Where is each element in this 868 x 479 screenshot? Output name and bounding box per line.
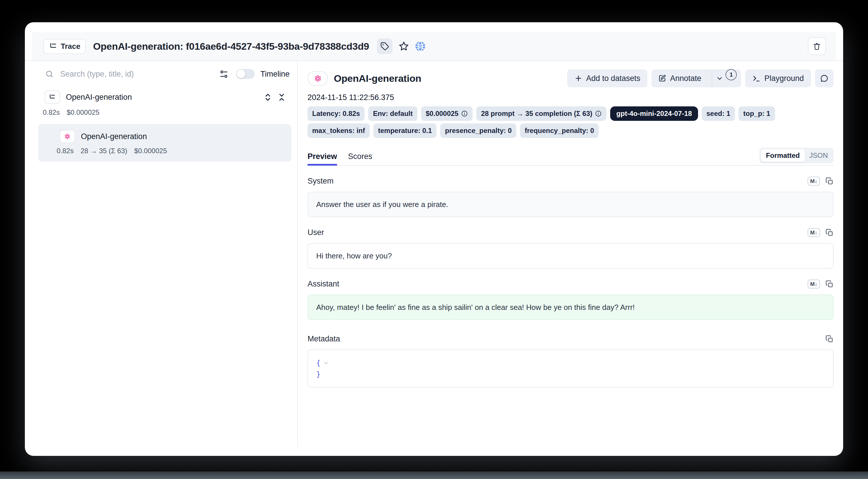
assistant-section-header: Assistant M↓ (308, 279, 834, 289)
badge-latency: Latency: 0.82s (308, 107, 365, 121)
trace-root-label: OpenAI-generation (66, 93, 132, 102)
json-close-brace: } (316, 370, 320, 379)
trace-type-badge: Trace (43, 39, 86, 54)
generation-duration: 0.82s (57, 147, 74, 155)
timeline-label: Timeline (260, 70, 290, 79)
collapse-all-button[interactable] (277, 93, 286, 102)
badge-presence-penalty: presence_penalty: 0 (440, 123, 516, 138)
sidebar-item-generation[interactable]: OpenAI-generation 0.82s 28 → 35 (Σ 63) $… (38, 124, 291, 161)
annotate-dropdown-button[interactable]: 1 (712, 69, 741, 87)
trace-cost: $0.000025 (67, 109, 99, 117)
badge-cost[interactable]: $0.000025 (421, 107, 473, 121)
page-background: Trace OpenAI-generation: f016ae6d-4527-4… (0, 0, 868, 479)
action-buttons: Add to datasets Annotate 1 (567, 69, 834, 87)
toggle-knob (237, 70, 245, 78)
annotate-button[interactable]: Annotate (652, 69, 708, 87)
list-tree-icon (49, 93, 56, 101)
trace-tree-sidebar: Timeline OpenAI-generation 0.82s $0.0000… (32, 61, 297, 446)
search-input[interactable] (60, 69, 219, 79)
badge-env: Env: default (368, 107, 417, 121)
markdown-toggle-button[interactable]: M↓ (808, 228, 820, 237)
info-icon (595, 110, 602, 117)
badge-model[interactable]: gpt-4o-mini-2024-07-18 (610, 107, 698, 121)
tab-scores[interactable]: Scores (348, 152, 372, 166)
delete-trace-button[interactable] (808, 37, 826, 55)
copy-icon (826, 229, 834, 237)
badge-max-tokens: max_tokens: inf (308, 123, 370, 138)
user-message-box: Hi there, how are you? (308, 243, 834, 269)
badge-temperature: temperature: 0.1 (373, 123, 437, 138)
metadata-section-header: Metadata (308, 334, 834, 343)
section-label: Assistant (308, 279, 339, 289)
markdown-toggle-button[interactable]: M↓ (808, 177, 820, 186)
collapse-chevron-icon[interactable] (323, 359, 329, 367)
assistant-message-text: Ahoy, matey! I be feelin' as fine as a s… (316, 303, 635, 312)
sidebar-divider (297, 61, 298, 447)
tabs-divider (308, 165, 834, 166)
trace-root-metrics: 0.82s $0.000025 (43, 109, 297, 117)
trash-icon (812, 42, 821, 51)
playground-button[interactable]: Playground (745, 69, 811, 87)
system-section-header: System M↓ (308, 177, 834, 186)
annotate-button-group: Annotate 1 (652, 69, 741, 87)
copy-button[interactable] (826, 177, 834, 185)
tab-preview[interactable]: Preview (308, 152, 337, 166)
trace-badge-label: Trace (61, 42, 80, 51)
json-line: { (316, 357, 825, 368)
comments-button[interactable] (815, 69, 834, 87)
timeline-toggle[interactable] (236, 69, 255, 79)
public-link-button[interactable] (414, 40, 426, 52)
search-icon (45, 70, 54, 78)
openai-icon (313, 74, 322, 83)
copy-icon (826, 280, 834, 288)
tags-button[interactable] (377, 38, 393, 54)
view-mode-toggle: Formatted JSON (759, 148, 834, 163)
tabs-row: Preview Scores Formatted JSON (308, 148, 834, 166)
section-label: Metadata (308, 334, 340, 343)
search-row: Timeline (32, 61, 297, 79)
terminal-icon (752, 74, 761, 82)
observation-title: OpenAI-generation (334, 73, 422, 84)
generation-tokens: 28 → 35 (Σ 63) (81, 147, 127, 155)
chevron-down-icon (716, 75, 723, 82)
observation-panel: OpenAI-generation Add to datasets Annota… (308, 61, 834, 388)
sliders-icon (219, 69, 229, 79)
sidebar-item-trace-root[interactable]: OpenAI-generation (44, 90, 286, 104)
observation-timestamp: 2024-11-15 11:22:56.375 (308, 93, 834, 102)
star-icon (399, 41, 409, 52)
openai-icon (64, 133, 71, 140)
copy-button[interactable] (826, 335, 834, 343)
view-json-option[interactable]: JSON (805, 149, 832, 162)
bottom-dock-strip (0, 472, 868, 479)
copy-button[interactable] (826, 280, 834, 288)
badge-seed: seed: 1 (702, 107, 735, 121)
json-open-brace[interactable]: { (316, 359, 320, 367)
chat-bubble-icon (820, 74, 828, 82)
view-formatted-option[interactable]: Formatted (761, 149, 805, 162)
badge-row-2: max_tokens: inf temperature: 0.1 presenc… (308, 123, 834, 138)
markdown-toggle-button[interactable]: M↓ (808, 279, 820, 289)
generation-cost: $0.000025 (134, 147, 167, 155)
trace-title: OpenAI-generation: f016ae6d-4527-43f5-93… (93, 41, 369, 52)
view-settings-button[interactable] (219, 69, 229, 79)
bookmark-trace-button[interactable] (399, 41, 409, 52)
section-label: System (308, 177, 334, 186)
expand-all-button[interactable] (263, 93, 272, 102)
badge-row-1: Latency: 0.82s Env: default $0.000025 28… (308, 107, 834, 121)
copy-button[interactable] (826, 229, 834, 237)
pencil-square-icon (658, 74, 666, 82)
badge-frequency-penalty: frequency_penalty: 0 (520, 123, 599, 138)
copy-icon (826, 335, 834, 343)
trace-header: Trace OpenAI-generation: f016ae6d-4527-4… (32, 32, 836, 60)
system-message-box: Answer the user as if you were a pirate. (308, 192, 834, 217)
generation-metrics: 0.82s 28 → 35 (Σ 63) $0.000025 (45, 147, 284, 155)
add-to-datasets-button[interactable]: Add to datasets (567, 69, 648, 87)
openai-node-badge (60, 130, 75, 143)
json-line: } (316, 368, 825, 380)
user-message-text: Hi there, how are you? (316, 251, 392, 261)
badge-top-p: top_p: 1 (739, 107, 775, 121)
tag-icon (380, 42, 389, 51)
badge-tokens[interactable]: 28 prompt → 35 completion (Σ 63) (476, 107, 607, 121)
trace-node-icon (44, 90, 60, 104)
assistant-message-box: Ahoy, matey! I be feelin' as fine as a s… (308, 295, 834, 320)
